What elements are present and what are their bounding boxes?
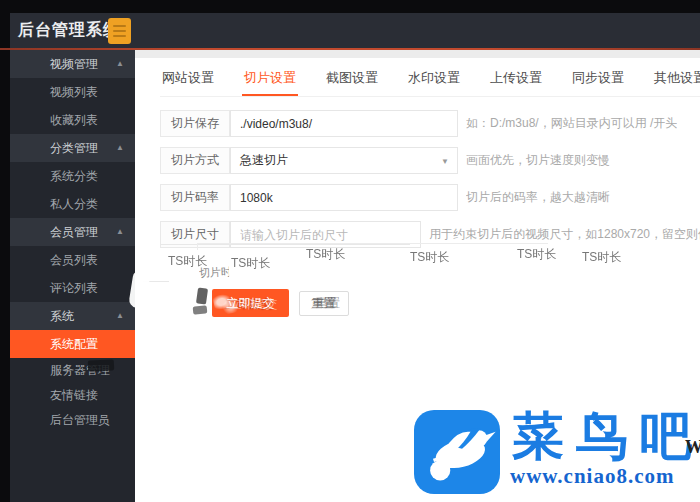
field-hint: 如：D:/m3u8/，网站目录内可以用 /开头 — [466, 110, 677, 137]
sidebar-item-system-category[interactable]: 系统分类 — [10, 162, 135, 190]
tab-other-settings[interactable]: 其他设置 — [652, 58, 700, 96]
sidebar-group-video[interactable]: 视频管理 ▲ — [10, 50, 135, 78]
watermark-cut-glyph: W — [685, 437, 700, 458]
window-top-edge — [0, 0, 700, 13]
watermark-site-url: www.cniao8.com — [510, 464, 675, 489]
settings-tab-bar: 网站设置 切片设置 截图设置 水印设置 上传设置 同步设置 其他设置 — [160, 58, 700, 97]
slice-path-input[interactable] — [230, 110, 458, 137]
site-watermark: 菜鸟吧 www.cniao8.com — [408, 406, 700, 498]
sidebar-group-member[interactable]: 会员管理 ▲ — [10, 218, 135, 246]
tab-site-settings[interactable]: 网站设置 — [160, 58, 216, 96]
submit-button[interactable]: 立即提交 — [212, 289, 289, 317]
bird-logo-icon — [414, 410, 500, 494]
caret-up-icon: ▲ — [116, 50, 124, 78]
sidebar-group-system[interactable]: 系统 ▲ — [10, 302, 135, 330]
field-label: 切片保存 — [160, 110, 230, 137]
watermark-site-name: 菜鸟吧 — [512, 402, 700, 472]
field-label: 切片方式 — [160, 147, 230, 174]
sidebar-item-comment-list[interactable]: 评论列表 — [10, 274, 135, 302]
glitch-border-fragment — [197, 243, 548, 250]
field-hint: 切片后的码率，越大越清晰 — [466, 184, 610, 211]
form-row-slice-mode: 切片方式 急速切片 ▼ 画面优先，切片速度则变慢 — [160, 147, 700, 174]
content-top-strip — [135, 50, 700, 58]
sidebar-item-admins[interactable]: 后台管理员 — [10, 408, 135, 433]
sidebar-group-label: 系统 — [50, 309, 74, 323]
tab-screenshot-settings[interactable]: 截图设置 — [324, 58, 380, 96]
caret-up-icon: ▲ — [116, 302, 124, 330]
caret-up-icon: ▲ — [116, 134, 124, 162]
slice-bitrate-input[interactable] — [230, 184, 458, 211]
sidebar-item-member-list[interactable]: 会员列表 — [10, 246, 135, 274]
tab-slice-settings[interactable]: 切片设置 — [242, 58, 298, 96]
sidebar-item-video-list[interactable]: 视频列表 — [10, 78, 135, 106]
sidebar-item-server-manage[interactable]: 服务器管理 — [10, 358, 135, 383]
slice-mode-select[interactable]: 急速切片 ▼ — [230, 147, 458, 174]
slice-settings-form: 切片保存 如：D:/m3u8/，网站目录内可以用 /开头 切片方式 急速切片 ▼… — [160, 110, 700, 258]
glitch-label-fragment: 切片时长 — [199, 264, 230, 280]
field-hint: 画面优先，切片速度则变慢 — [466, 147, 610, 174]
glitch-dark-artifact — [196, 287, 208, 304]
app-title: 后台管理系统 — [18, 20, 120, 41]
sidebar-item-favorite-list[interactable]: 收藏列表 — [10, 106, 135, 134]
sidebar-nav: 视频管理 ▲ 视频列表 收藏列表 分类管理 ▲ 系统分类 私人分类 会员管理 ▲… — [10, 50, 135, 502]
chevron-down-icon: ▼ — [441, 157, 449, 166]
glitch-ts-label: TS时长 — [231, 255, 270, 272]
reset-button[interactable]: 重置 — [299, 291, 349, 316]
field-label: 切片码率 — [160, 184, 230, 211]
sidebar-item-system-config[interactable]: 系统配置 — [10, 330, 135, 358]
selected-option: 急速切片 — [240, 152, 288, 169]
form-row-slice-bitrate: 切片码率 切片后的码率，越大越清晰 — [160, 184, 700, 211]
tab-sync-settings[interactable]: 同步设置 — [570, 58, 626, 96]
hamburger-menu-icon[interactable] — [108, 18, 131, 44]
window-left-edge — [0, 0, 10, 502]
sidebar-item-private-category[interactable]: 私人分类 — [10, 190, 135, 218]
tab-upload-settings[interactable]: 上传设置 — [488, 58, 544, 96]
caret-up-icon: ▲ — [116, 218, 124, 246]
sidebar-group-label: 分类管理 — [50, 141, 98, 155]
sidebar-group-label: 视频管理 — [50, 57, 98, 71]
glitch-ts-label: TS时长 — [410, 249, 449, 266]
sidebar-item-friend-links[interactable]: 友情链接 — [10, 383, 135, 408]
form-row-slice-path: 切片保存 如：D:/m3u8/，网站目录内可以用 /开头 — [160, 110, 700, 137]
sidebar-group-label: 会员管理 — [50, 225, 98, 239]
tab-watermark-settings[interactable]: 水印设置 — [406, 58, 462, 96]
glitch-dark-artifact — [193, 305, 208, 314]
sidebar-glitch-artifact — [88, 359, 115, 371]
glitch-ts-label: TS时长 — [582, 249, 621, 266]
sidebar-group-category[interactable]: 分类管理 ▲ — [10, 134, 135, 162]
app-header: 后台管理系统 — [10, 13, 700, 48]
